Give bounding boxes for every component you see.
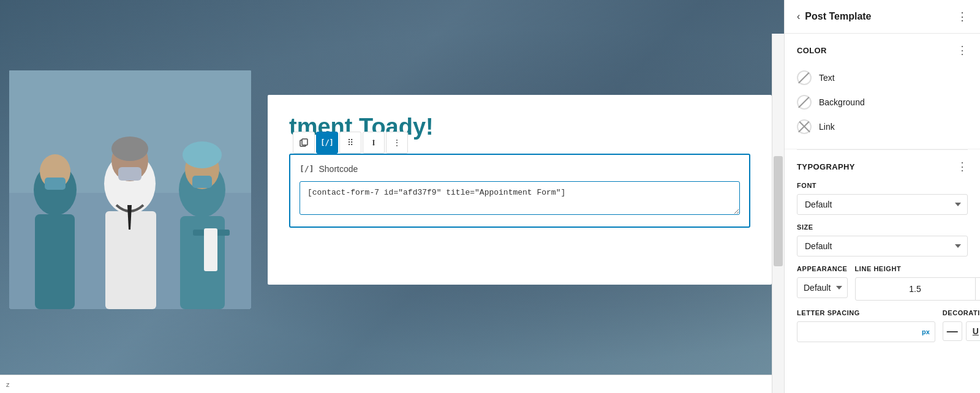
letterspacing-label: LETTER SPACING — [797, 309, 935, 316]
letterspacing-unit: px — [917, 323, 935, 340]
block-toolbar[interactable]: [/] ⠿ ⋮ — [293, 132, 408, 154]
letterspacing-group: LETTER SPACING px — [797, 309, 935, 342]
color-item-background[interactable]: Background — [797, 90, 968, 114]
decoration-none-button[interactable]: — — [943, 321, 962, 341]
svg-rect-16 — [192, 176, 212, 188]
drag-handle[interactable]: ⠿ — [339, 132, 361, 154]
decoration-buttons: — U S — [943, 321, 980, 341]
doctor-image — [9, 70, 251, 309]
svg-rect-7 — [105, 211, 156, 309]
scrollbar[interactable] — [772, 34, 784, 393]
bottom-text: z — [6, 381, 10, 388]
svg-rect-10 — [118, 167, 141, 181]
lineheight-input[interactable] — [856, 279, 975, 299]
letterspacing-input-wrap: px — [797, 321, 935, 342]
shortcode-input[interactable] — [300, 181, 740, 215]
content-block: tment Toady! [/] Shortcode — [268, 95, 772, 285]
drag-icon: ⠿ — [347, 138, 353, 148]
color-item-link[interactable]: Link — [797, 114, 968, 139]
more-options-button[interactable]: ⋮ — [386, 132, 408, 154]
size-select[interactable]: Default — [797, 236, 968, 256]
scrollbar-thumb[interactable] — [774, 156, 783, 266]
typography-more-icon[interactable]: ⋮ — [957, 160, 968, 173]
svg-rect-5 — [45, 178, 66, 190]
letterspacing-decoration-row: LETTER SPACING px DECORATION — U S — [797, 309, 968, 342]
decoration-group: DECORATION — U S — [943, 309, 980, 342]
lineheight-input-group: + − — [855, 277, 980, 301]
panel-title: Post Template — [805, 11, 952, 22]
color-section-header: Color ⋮ — [797, 43, 968, 57]
shortcode-header: [/] Shortcode — [300, 164, 740, 174]
shortcode-icon: [/] — [320, 138, 334, 147]
svg-rect-21 — [373, 140, 374, 145]
typography-section-header: Typography ⋮ — [797, 160, 968, 173]
shortcode-block: [/] Shortcode — [289, 154, 750, 228]
lineheight-group: LINE HEIGHT + − — [855, 265, 980, 301]
panel-header: ‹ Post Template ⋮ — [785, 0, 980, 34]
shortcode-block-button[interactable]: [/] — [316, 132, 338, 154]
font-select[interactable]: Default — [797, 194, 968, 215]
right-panel: ‹ Post Template ⋮ Color ⋮ Text Backgroun… — [784, 0, 980, 393]
copy-block-button[interactable] — [293, 132, 315, 154]
svg-rect-3 — [35, 214, 75, 309]
letterspacing-input[interactable] — [797, 322, 917, 342]
shortcode-label: Shortcode — [318, 164, 358, 174]
lineheight-label: LINE HEIGHT — [855, 265, 980, 272]
link-color-circle — [797, 119, 812, 134]
typography-section-title: Typography — [797, 162, 855, 171]
color-section: Color ⋮ Text Background Link — [785, 34, 980, 149]
background-color-label: Background — [819, 97, 865, 107]
svg-rect-18 — [204, 228, 217, 271]
font-label: FONT — [797, 182, 968, 189]
shortcode-block-icon: [/] — [300, 164, 314, 173]
svg-point-15 — [183, 141, 222, 168]
bottom-bar: z — [0, 375, 772, 393]
appearance-lineheight-row: APPEARANCE Default LINE HEIGHT + − — [797, 265, 968, 301]
link-color-label: Link — [819, 122, 835, 132]
color-item-text[interactable]: Text — [797, 66, 968, 90]
panel-more-icon[interactable]: ⋮ — [957, 10, 968, 23]
text-color-label: Text — [819, 73, 835, 83]
canvas-area: [/] ⠿ ⋮ tment Toady! [/] Shortcode — [0, 0, 784, 393]
appearance-group: APPEARANCE Default — [797, 265, 848, 301]
svg-rect-20 — [302, 139, 307, 145]
size-label: SIZE — [797, 223, 968, 231]
appearance-select[interactable]: Default — [797, 277, 848, 298]
background-color-circle — [797, 95, 812, 110]
lineheight-increment[interactable]: + — [975, 278, 980, 300]
color-section-title: Color — [797, 46, 827, 55]
appearance-label: APPEARANCE — [797, 265, 848, 272]
back-button[interactable]: ‹ — [797, 11, 800, 22]
svg-point-9 — [111, 137, 148, 161]
color-section-more[interactable]: ⋮ — [957, 43, 968, 57]
typography-section: Typography ⋮ FONT Default SIZE Default A… — [785, 150, 980, 361]
more-icon: ⋮ — [393, 138, 401, 148]
move-block-button[interactable] — [363, 132, 385, 154]
decoration-underline-button[interactable]: U — [966, 321, 980, 341]
text-color-circle — [797, 70, 812, 85]
decoration-label: DECORATION — [943, 309, 980, 316]
